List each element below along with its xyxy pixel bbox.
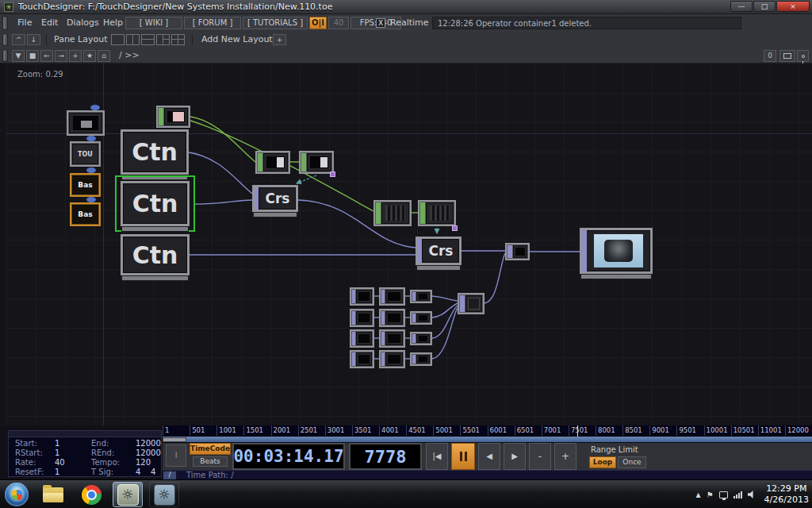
- chop-node-audio[interactable]: [156, 106, 190, 128]
- realtime-checkbox[interactable]: X: [376, 18, 385, 28]
- base-comp-node[interactable]: Bas: [70, 173, 101, 197]
- drop-layout-icon[interactable]: ↓: [27, 34, 40, 45]
- chop-node[interactable]: [299, 151, 334, 174]
- display-button[interactable]: [779, 50, 795, 62]
- rewind-button[interactable]: |◀: [426, 443, 448, 470]
- explorer-taskbar-button[interactable]: [38, 482, 68, 507]
- zero-button[interactable]: 0: [764, 50, 776, 62]
- layout-preset-single[interactable]: [111, 34, 124, 45]
- top-node[interactable]: [410, 352, 432, 366]
- top-node[interactable]: [350, 329, 374, 348]
- network-icon[interactable]: [719, 491, 728, 498]
- layout-preset-hsplit[interactable]: [141, 34, 155, 45]
- menu-dialogs[interactable]: Dialogs: [67, 14, 99, 32]
- forum-button[interactable]: [ FORUM ]: [184, 17, 241, 29]
- cross-top-node-1[interactable]: Crs: [252, 185, 298, 212]
- viewer-flag[interactable]: [86, 136, 96, 141]
- setting-value[interactable]: 1: [55, 439, 91, 448]
- signal-bars-icon[interactable]: [733, 491, 742, 498]
- viewer-flag[interactable]: [90, 105, 100, 110]
- pane-grip[interactable]: [2, 16, 8, 30]
- close-button[interactable]: ×: [776, 1, 810, 12]
- composite-top-node[interactable]: [458, 293, 485, 314]
- top-node-logo[interactable]: [67, 110, 105, 136]
- chop-node[interactable]: [418, 200, 456, 226]
- dat-node-text[interactable]: TOU: [70, 141, 101, 167]
- top-node-small[interactable]: [505, 243, 530, 260]
- container-node-1[interactable]: Ctn: [121, 129, 189, 175]
- chrome-taskbar-button[interactable]: [76, 482, 106, 507]
- volume-icon[interactable]: [748, 491, 756, 498]
- top-node[interactable]: [379, 309, 405, 327]
- loop-button[interactable]: Loop: [589, 456, 616, 468]
- pause-button[interactable]: [451, 443, 475, 470]
- back-arrow-icon[interactable]: ←: [40, 50, 53, 62]
- layout-preset-three[interactable]: [156, 34, 170, 45]
- bookmark-icon[interactable]: ★: [83, 50, 96, 62]
- range-thumb[interactable]: [163, 437, 186, 442]
- title-bar[interactable]: ✳ TouchDesigner: F:/TouchDesigner/New Sy…: [0, 0, 812, 14]
- range-plus-button[interactable]: +: [554, 443, 576, 470]
- fwd-arrow-icon[interactable]: →: [55, 50, 67, 62]
- action-center-flag-icon[interactable]: ⚑: [707, 491, 714, 499]
- top-node[interactable]: [410, 332, 432, 345]
- top-node[interactable]: [350, 350, 374, 368]
- add-icon[interactable]: +: [69, 50, 82, 62]
- base-comp-node[interactable]: Bas: [70, 202, 101, 226]
- container-node-2-selected[interactable]: Ctn: [121, 181, 190, 226]
- top-node[interactable]: [350, 287, 374, 306]
- marker-button[interactable]: I: [166, 444, 186, 467]
- once-button[interactable]: Once: [618, 456, 646, 468]
- top-node[interactable]: [379, 287, 405, 306]
- playhead[interactable]: [577, 425, 578, 437]
- chop-node[interactable]: [373, 200, 412, 226]
- layout-preset-grid[interactable]: [171, 34, 185, 45]
- top-node[interactable]: [410, 311, 432, 325]
- touchdesigner-taskbar-button-active[interactable]: ☼: [113, 482, 143, 507]
- window-placement-icon[interactable]: ^: [12, 34, 25, 45]
- power-fps-field[interactable]: 40: [328, 17, 349, 29]
- container-node-3[interactable]: Ctn: [121, 234, 190, 275]
- setting-value[interactable]: 1: [55, 468, 91, 477]
- viewer-flag[interactable]: [86, 197, 96, 202]
- top-node[interactable]: [379, 350, 405, 368]
- top-node[interactable]: [379, 329, 405, 348]
- cross-top-node-2[interactable]: Crs: [416, 237, 462, 265]
- step-back-button[interactable]: ◀: [478, 443, 500, 470]
- probe-button[interactable]: [797, 50, 809, 62]
- step-forward-button[interactable]: ▶: [504, 443, 526, 470]
- wiki-button[interactable]: [ WIKI ]: [125, 17, 182, 29]
- touchdesigner-taskbar-button[interactable]: ☼: [149, 482, 179, 507]
- menu-edit[interactable]: Edit: [41, 14, 58, 32]
- pane-grip[interactable]: [2, 33, 8, 46]
- add-layout-button[interactable]: +: [273, 34, 286, 45]
- maximize-button[interactable]: □: [753, 1, 776, 12]
- top-node[interactable]: [410, 290, 432, 303]
- path-root-badge[interactable]: /: [163, 471, 176, 479]
- power-toggle[interactable]: O|I: [309, 17, 327, 29]
- home-icon[interactable]: ⌂: [98, 50, 110, 62]
- layout-preset-vsplit[interactable]: [126, 34, 140, 45]
- top-node[interactable]: [350, 309, 374, 327]
- range-minus-button[interactable]: -: [529, 443, 551, 470]
- show-hidden-icons[interactable]: ▲: [695, 491, 700, 498]
- stop-icon[interactable]: ■: [26, 50, 39, 62]
- network-path[interactable]: / >>: [119, 48, 140, 64]
- setting-value[interactable]: 1: [55, 448, 91, 458]
- network-editor-canvas[interactable]: Zoom: 0.29: [6, 64, 812, 425]
- range-bar[interactable]: [163, 437, 812, 443]
- pane-menu-icon[interactable]: ▼: [12, 50, 25, 62]
- menu-file[interactable]: File: [17, 14, 32, 32]
- start-button[interactable]: [5, 483, 29, 506]
- minimize-button[interactable]: —: [730, 1, 753, 12]
- pane-grip[interactable]: [2, 49, 8, 62]
- timecode-mode-button[interactable]: TimeCode: [190, 443, 231, 455]
- clock[interactable]: 12:29 PM 4/26/2013: [764, 483, 809, 506]
- viewer-flag[interactable]: [86, 167, 96, 173]
- menu-help[interactable]: Help: [103, 14, 123, 32]
- frame-ruler[interactable]: 1501100115012001250130013501400145015001…: [163, 425, 812, 437]
- output-top-node[interactable]: [580, 228, 653, 274]
- chop-node[interactable]: [255, 151, 290, 174]
- tutorials-button[interactable]: [ TUTORIALS ]: [243, 17, 308, 29]
- setting-value[interactable]: 40: [55, 458, 91, 468]
